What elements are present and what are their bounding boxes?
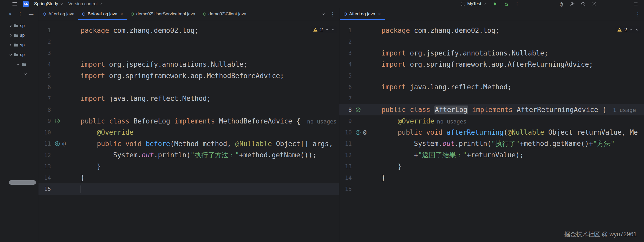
scrollbar-thumb[interactable]: [9, 180, 36, 185]
code-line[interactable]: 12 System.out.println("执行了方法："+method.ge…: [38, 150, 339, 161]
line-number[interactable]: 1: [38, 27, 51, 34]
line-number[interactable]: 5: [38, 72, 51, 79]
code-line[interactable]: 2: [38, 36, 339, 48]
overrides-method-gutter-icon[interactable]: [355, 130, 361, 135]
next-issue-chevron-icon[interactable]: [635, 28, 639, 32]
add-user-icon[interactable]: [569, 1, 575, 7]
prev-issue-chevron-icon[interactable]: [629, 28, 633, 32]
line-number[interactable]: 9: [38, 118, 51, 124]
line-number[interactable]: 3: [38, 50, 51, 56]
code-line[interactable]: 6: [38, 82, 339, 93]
code-line[interactable]: 4import org.springframework.aop.AfterRet…: [339, 59, 644, 70]
tab-close-icon[interactable]: ×: [378, 12, 381, 16]
code-line[interactable]: 15: [339, 183, 644, 195]
code-line[interactable]: 8: [38, 104, 339, 116]
line-number[interactable]: 12: [339, 152, 352, 158]
settings-sync-icon[interactable]: @: [558, 1, 564, 7]
code-line[interactable]: 11@ public void before(Method method, @N…: [38, 138, 339, 150]
code-line[interactable]: 3import org.jspecify.annotations.Nullabl…: [339, 47, 644, 59]
code-line[interactable]: 12 +"返回了结果："+returnValue);: [339, 150, 644, 161]
prev-issue-chevron-icon[interactable]: [325, 28, 329, 32]
editor-left[interactable]: 1package com.zhang.demo02.log;234import …: [38, 20, 339, 242]
editor-tab[interactable]: demo02\Client.java: [199, 8, 250, 20]
close-icon[interactable]: ×: [9, 11, 12, 17]
search-icon[interactable]: [580, 1, 586, 7]
code-line[interactable]: 7import java.lang.reflect.Method;: [38, 93, 339, 104]
code-line[interactable]: 1package com.zhang.demo02.log;: [339, 25, 644, 36]
run-configuration-selector[interactable]: MyTest: [461, 1, 486, 7]
line-number[interactable]: 12: [38, 152, 51, 158]
code-line[interactable]: 10 @Override: [38, 127, 339, 138]
tree-item[interactable]: sp: [0, 21, 38, 30]
spring-bean-gutter-icon[interactable]: [355, 107, 361, 113]
main-menu-icon[interactable]: [11, 1, 18, 7]
line-number[interactable]: 13: [339, 163, 352, 170]
editor-tab[interactable]: AfterLog.java×: [340, 8, 385, 20]
line-number[interactable]: 7: [339, 95, 352, 102]
tab-options-icon[interactable]: ⋮: [635, 11, 640, 17]
line-number[interactable]: 11: [38, 140, 51, 147]
line-number[interactable]: 13: [38, 163, 51, 170]
line-number[interactable]: 10: [38, 129, 51, 136]
tree-item[interactable]: sp: [0, 50, 38, 59]
code-line[interactable]: 9public class BeforeLog implements Metho…: [38, 115, 339, 127]
tab-options-icon[interactable]: ⋮: [330, 11, 335, 17]
overrides-method-gutter-icon[interactable]: [55, 141, 60, 146]
line-number[interactable]: 4: [38, 61, 51, 68]
code-line[interactable]: 9 @Overrideno usages: [339, 115, 644, 127]
editor-tab[interactable]: AfterLog.java: [39, 8, 78, 20]
code-line[interactable]: 7: [339, 93, 644, 104]
vcs-widget[interactable]: Version control: [68, 1, 102, 7]
next-issue-chevron-icon[interactable]: [331, 28, 335, 32]
annotation-gutter-icon[interactable]: @: [62, 141, 66, 147]
line-number[interactable]: 2: [38, 39, 51, 45]
code-line[interactable]: 5import org.springframework.aop.MethodBe…: [38, 70, 339, 82]
code-line[interactable]: 10@ public void afterReturning(@Nullable…: [339, 127, 644, 138]
chevron-right-icon[interactable]: [9, 34, 12, 37]
debug-button[interactable]: [503, 1, 509, 7]
tree-item[interactable]: sp: [0, 40, 38, 50]
code-line[interactable]: 1package com.zhang.demo02.log;: [38, 25, 339, 36]
line-number[interactable]: 5: [339, 72, 352, 79]
code-line[interactable]: 14}: [339, 172, 644, 184]
editor-tab[interactable]: BeforeLog.java×: [78, 8, 127, 20]
tree-item[interactable]: sp: [0, 30, 38, 40]
line-number[interactable]: 9: [339, 118, 352, 124]
code-line[interactable]: 4import org.jspecify.annotations.Nullabl…: [38, 59, 339, 70]
line-number[interactable]: 15: [38, 186, 51, 192]
chevron-down-icon[interactable]: [9, 53, 12, 57]
line-number[interactable]: 10: [339, 129, 352, 136]
line-number[interactable]: 14: [339, 175, 352, 181]
window-menu-icon[interactable]: [633, 1, 639, 7]
line-number[interactable]: 6: [38, 84, 51, 90]
code-line[interactable]: 14}: [38, 172, 339, 184]
line-number[interactable]: 11: [339, 140, 352, 147]
more-actions-icon[interactable]: ⋮: [514, 1, 520, 7]
line-number[interactable]: 15: [339, 186, 352, 192]
code-line[interactable]: 15: [38, 183, 339, 195]
tab-list-chevron-icon[interactable]: [322, 12, 326, 16]
code-line[interactable]: 3: [38, 47, 339, 59]
line-number[interactable]: 2: [339, 39, 352, 45]
spring-bean-gutter-icon[interactable]: [55, 118, 60, 124]
code-line[interactable]: 13 }: [339, 161, 644, 172]
chevron-down-icon[interactable]: [24, 72, 28, 76]
line-number[interactable]: 1: [339, 27, 352, 34]
chevron-right-icon[interactable]: [9, 24, 12, 28]
line-number[interactable]: 7: [38, 95, 51, 102]
line-number[interactable]: 6: [339, 84, 352, 90]
line-number[interactable]: 4: [339, 61, 352, 68]
code-line[interactable]: 13 }: [38, 161, 339, 172]
tree-item[interactable]: [0, 59, 38, 69]
code-line[interactable]: 5: [339, 70, 644, 82]
annotation-gutter-icon[interactable]: @: [363, 129, 367, 135]
editor-tab[interactable]: demo02\UserServiceImpl.java: [127, 8, 199, 20]
run-button[interactable]: [492, 1, 498, 7]
code-line[interactable]: 6import java.lang.reflect.Method;: [339, 82, 644, 93]
code-line[interactable]: 2: [339, 36, 644, 48]
inspections-widget-right[interactable]: 2: [615, 26, 641, 33]
line-number[interactable]: 8: [38, 107, 51, 113]
inspections-widget-left[interactable]: 2: [311, 26, 337, 33]
line-number[interactable]: 8: [339, 107, 352, 113]
project-widget[interactable]: SpringStudy: [34, 1, 63, 7]
